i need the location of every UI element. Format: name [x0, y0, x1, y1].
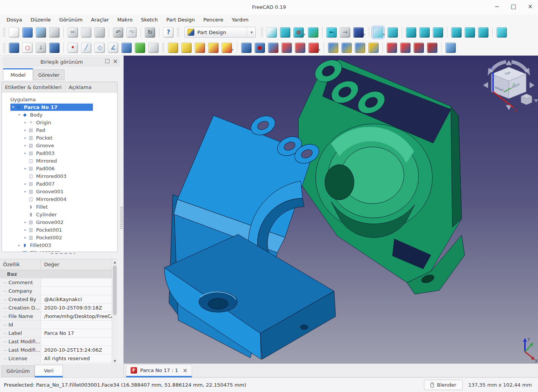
- tree-expand-icon[interactable]: ▸: [23, 189, 28, 193]
- dock-splitter-handle[interactable]: [120, 206, 123, 229]
- maximize-button[interactable]: □: [511, 3, 516, 10]
- tree-expand-icon[interactable]: ▸: [23, 182, 28, 186]
- multi-transform-button[interactable]: [368, 43, 379, 53]
- minimize-button[interactable]: −: [495, 3, 500, 10]
- scroll-up-icon[interactable]: ▲: [112, 260, 118, 264]
- menu-g-r-n-m[interactable]: Görünüm: [55, 16, 87, 24]
- fillet-button[interactable]: [387, 43, 397, 53]
- pocket-button[interactable]: [241, 43, 252, 53]
- combo-view-titlebar[interactable]: Birleşik görünüm ×: [3, 57, 120, 67]
- menu-d-zenle[interactable]: Düzenle: [26, 16, 55, 24]
- tree-item-parca-no-17[interactable]: ▾▣Parca No 17: [2, 103, 117, 111]
- tree-item-pad007[interactable]: ▸▤Pad007: [2, 180, 117, 188]
- additive-primitive-button[interactable]: [222, 43, 232, 53]
- property-row-license[interactable]: LicenseAll rights reserved: [0, 354, 118, 363]
- property-row-created-by[interactable]: Created By@AcikKaynakci: [0, 295, 118, 304]
- create-body-button[interactable]: [9, 43, 19, 53]
- view-front-button[interactable]: [406, 27, 416, 38]
- property-value[interactable]: /home/mhg/Desktop/FreeCA...: [41, 312, 118, 320]
- refresh-button[interactable]: ↻: [145, 27, 155, 38]
- toolbar-grip-handle[interactable]: [3, 27, 6, 37]
- toolbar-grip-handle[interactable]: [162, 43, 165, 53]
- menu-sketch[interactable]: Sketch: [137, 16, 162, 24]
- menu-makro[interactable]: Makro: [113, 16, 137, 24]
- polar-pattern-button[interactable]: [355, 43, 365, 53]
- property-row-creation-d[interactable]: Creation D...2020-10-25T09:03:18Z: [0, 304, 118, 312]
- tree-column-description[interactable]: Açıklama: [66, 84, 91, 90]
- tree-expand-icon[interactable]: ▾: [17, 113, 22, 117]
- tree-item-pocket[interactable]: ▸▥Pocket: [2, 134, 117, 142]
- create-sketch-button[interactable]: ○: [22, 43, 33, 53]
- sketch-rectangle-button[interactable]: ◇: [94, 43, 105, 53]
- map-sketch-to-face-button[interactable]: [49, 43, 60, 53]
- property-value[interactable]: 2020-10-25T09:03:18Z: [41, 304, 118, 312]
- property-value[interactable]: All rights reserved: [41, 354, 118, 362]
- measure-distance-button[interactable]: [497, 27, 507, 38]
- tree-item-pocket001[interactable]: ▸▥Pocket001: [2, 226, 117, 234]
- copy-button[interactable]: [81, 27, 91, 38]
- external-geometry-button[interactable]: [135, 43, 145, 53]
- view-rear-button[interactable]: [451, 27, 462, 38]
- sketch-bspline-button[interactable]: [121, 43, 132, 53]
- revolution-button[interactable]: [181, 43, 192, 53]
- sketch-point-button[interactable]: •: [68, 43, 78, 53]
- edit-sketch-button[interactable]: ↓: [36, 43, 46, 53]
- property-row-last-modifi[interactable]: Last Modifi...2020-10-25T13:24:06Z: [0, 346, 118, 354]
- tree-item-pocket002[interactable]: ▸▥Pocket002: [2, 234, 117, 241]
- tab-gorevler[interactable]: Görevler: [33, 69, 65, 80]
- property-value[interactable]: [41, 278, 118, 287]
- menu-part-design[interactable]: Part Design: [162, 16, 199, 24]
- chamfer-button[interactable]: [400, 43, 411, 53]
- additive-pipe-button[interactable]: [208, 43, 219, 53]
- new-file-button[interactable]: [9, 27, 19, 38]
- tree-item-mirrored003[interactable]: ◫Mirrored003: [2, 172, 117, 180]
- tree-expand-icon[interactable]: ▸: [23, 236, 28, 239]
- menu-ara-lar[interactable]: Araçlar: [87, 16, 113, 24]
- toolbar-grip-handle[interactable]: [177, 27, 180, 37]
- subtractive-primitive-button[interactable]: [308, 43, 319, 53]
- save-file-button[interactable]: [36, 27, 46, 38]
- tree-column-labels[interactable]: Etiketler & öznitelikleri: [2, 84, 66, 90]
- redo-button[interactable]: ↷: [126, 27, 137, 38]
- tab-gorunum[interactable]: Görünüm: [2, 366, 35, 377]
- view-left-button[interactable]: [478, 27, 488, 38]
- tree-item-uygulama[interactable]: Uygulama: [2, 96, 117, 103]
- groove-button[interactable]: [268, 43, 278, 53]
- sketch-polyline-button[interactable]: ∠: [108, 43, 118, 53]
- tree-expand-icon[interactable]: ▸: [23, 220, 28, 224]
- cut-button[interactable]: ✂: [68, 27, 78, 38]
- workbench-chevron-icon[interactable]: ▾: [247, 27, 253, 37]
- chevron-down-icon[interactable]: ▾: [318, 48, 320, 52]
- tree-item-mirrored004[interactable]: ◫Mirrored004: [2, 195, 117, 203]
- property-column-name[interactable]: Özellik: [0, 259, 41, 270]
- tree-item-origin[interactable]: ▸+Origin: [2, 119, 117, 126]
- additive-loft-button[interactable]: [195, 43, 205, 53]
- float-panel-icon[interactable]: [105, 59, 109, 63]
- pad-button[interactable]: [168, 43, 178, 53]
- print-button[interactable]: [49, 27, 60, 38]
- linear-pattern-button[interactable]: [341, 43, 352, 53]
- tree-item-pad006[interactable]: ▸▤Pad006: [2, 165, 117, 172]
- document-tab[interactable]: F Parca No 17 : 1 ×: [126, 364, 192, 377]
- property-row-company[interactable]: Company: [0, 287, 118, 295]
- menu-yard-m[interactable]: Yardım: [227, 16, 253, 24]
- panel-splitter-handle[interactable]: [51, 253, 75, 254]
- tree-expand-icon[interactable]: ▸: [23, 151, 28, 155]
- property-column-value[interactable]: Değer: [41, 262, 60, 267]
- draft-button[interactable]: [414, 43, 424, 53]
- zoom-fit-button[interactable]: [373, 27, 383, 38]
- mirrored-button[interactable]: [328, 43, 338, 53]
- navigation-style-button[interactable]: Blender: [424, 380, 463, 390]
- fit-all-button[interactable]: [267, 27, 277, 38]
- chevron-down-icon[interactable]: ▾: [383, 32, 385, 36]
- tree-item-fillet003[interactable]: ▸◗Fillet003: [2, 241, 117, 249]
- property-value[interactable]: [41, 270, 118, 278]
- toolbar-grip-handle[interactable]: [260, 27, 263, 37]
- property-row-file-name[interactable]: File Name/home/mhg/Desktop/FreeCA...: [0, 312, 118, 321]
- tree-expand-icon[interactable]: ▸: [23, 120, 28, 124]
- tab-veri[interactable]: Veri: [35, 365, 63, 377]
- tree-item-body[interactable]: ▾◆Body: [2, 111, 117, 119]
- property-row-baz[interactable]: Baz: [0, 270, 118, 278]
- open-file-button[interactable]: [22, 27, 33, 38]
- thickness-button[interactable]: [427, 43, 437, 53]
